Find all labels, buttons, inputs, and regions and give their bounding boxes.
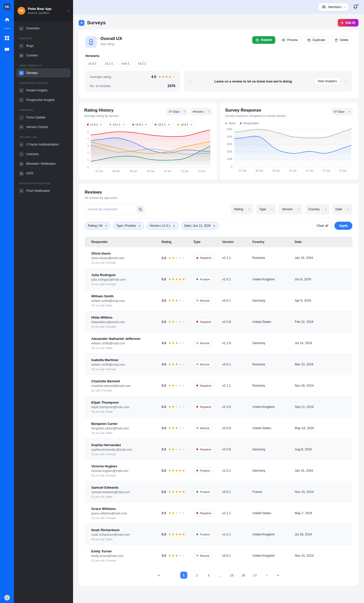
remove-icon[interactable]: ✕ bbox=[168, 123, 170, 126]
table-row[interactable]: Emily Turneremily.turner@mail.com31 yrs … bbox=[85, 545, 352, 566]
clear-all-button[interactable]: Clear all bbox=[313, 222, 332, 230]
pagination-last-button[interactable]: » bbox=[276, 573, 280, 577]
table-row[interactable]: Elijah Thompsonelijah.thompson@mail.com3… bbox=[85, 396, 352, 417]
carousel-next-icon[interactable]: › bbox=[343, 79, 348, 84]
sidebar-item-ocr[interactable]: ▤OCR bbox=[16, 169, 71, 178]
responder-cell: Victoria Hughesvictoria.hughes@mail.com2… bbox=[91, 464, 162, 477]
chat-icon[interactable] bbox=[5, 47, 10, 52]
pagination-prev-button[interactable]: ‹ bbox=[169, 573, 173, 577]
apps-grid-icon[interactable] bbox=[5, 35, 10, 40]
table-row[interactable]: Noah Richardsonnoah.richardson@mail.com2… bbox=[85, 524, 352, 545]
sidebar-item-overview[interactable]: ◎Overview bbox=[16, 24, 71, 33]
rating-history-range-dropdown[interactable]: 07 Days∨ bbox=[166, 108, 188, 115]
carousel-prev-icon[interactable]: ‹ bbox=[188, 79, 193, 84]
pagination-page-3[interactable]: 3 bbox=[207, 573, 211, 577]
workspace-subtitle: Android, SandBox bbox=[28, 11, 51, 14]
remove-icon[interactable]: ✕ bbox=[100, 123, 102, 126]
sidebar-item-label: Surveys bbox=[26, 71, 38, 75]
workspace-switcher[interactable]: PB Polar Bear App Android, SandBox ∨ bbox=[14, 0, 73, 21]
remove-icon[interactable]: ✕ bbox=[213, 224, 215, 227]
version-filter-chip-v3-2-1[interactable]: v3.2.1✕ bbox=[152, 121, 172, 128]
remove-icon[interactable]: ✕ bbox=[190, 123, 192, 126]
pagination-page-16[interactable]: 16 bbox=[241, 573, 245, 577]
version-filter-chip-v2-1-1[interactable]: v2.1.1✕ bbox=[107, 121, 127, 128]
view-analytics-button[interactable]: View Analytics bbox=[314, 77, 340, 85]
table-row[interactable]: Alexander Nathaniel Jeffersonwillaim.smi… bbox=[85, 332, 352, 354]
preview-button[interactable]: Preview bbox=[278, 36, 301, 44]
ask-ai-button[interactable]: ✦ Ask AI bbox=[338, 19, 358, 27]
column-header-date: Date bbox=[295, 240, 352, 244]
table-row[interactable]: Benjamin Carterbenjamin.carter@mail.com2… bbox=[85, 417, 352, 439]
remove-icon[interactable]: ✕ bbox=[138, 224, 140, 227]
table-row[interactable]: Julia Rodriguizjulia.rodriguiz@mail.com2… bbox=[85, 268, 352, 290]
duplicate-button[interactable]: Duplicate bbox=[304, 36, 328, 44]
filter-dropdown-version[interactable]: Version∨ bbox=[279, 204, 303, 214]
apply-button[interactable]: Apply bbox=[334, 222, 352, 230]
remove-icon[interactable]: ✕ bbox=[122, 123, 124, 126]
active-filter-chip-rating[interactable]: Rating | All✕ bbox=[85, 222, 110, 230]
average-rating-label: Average rating bbox=[90, 75, 111, 79]
search-input[interactable] bbox=[85, 204, 145, 214]
column-header-type: Type bbox=[193, 240, 222, 244]
table-row[interactable]: Isabella Martinezwillaim.smith@mail.com2… bbox=[85, 354, 352, 375]
pagination-page-1[interactable]: 1 bbox=[180, 572, 187, 579]
sidebar-item-biometric-verification[interactable]: ◍Biometric Verification bbox=[16, 159, 71, 168]
home-icon[interactable] bbox=[5, 17, 10, 22]
sidebar-item-2-factor-authentication[interactable]: ✦2 Factor Authentication bbox=[16, 140, 71, 149]
active-filter-chip-type[interactable]: Type | Positive✕ bbox=[113, 222, 144, 230]
rating-history-versions-dropdown[interactable]: Versions∨ bbox=[190, 108, 212, 115]
sidebar-item-surveys[interactable]: ★Surveys bbox=[16, 68, 71, 77]
filter-dropdown-country[interactable]: Country∨ bbox=[305, 204, 330, 214]
remove-icon[interactable]: ✕ bbox=[173, 224, 175, 227]
sidebar-item-crashes[interactable]: ▦Crashes bbox=[16, 51, 71, 60]
pagination-first-button[interactable]: « bbox=[157, 573, 161, 577]
version-filter-chip-v1-0-1[interactable]: v1.0.1✕ bbox=[84, 121, 105, 128]
bot-avatar[interactable]: ☺ bbox=[4, 595, 10, 600]
table-row[interactable]: Victoria Hughesvictoria.hughes@mail.com2… bbox=[85, 460, 352, 481]
members-button[interactable]: Members ∨ bbox=[318, 3, 348, 11]
table-row[interactable]: Grace Williamsgrace.williams@mail.com23 … bbox=[85, 502, 352, 524]
survey-response-range-dropdown[interactable]: 07 Days∨ bbox=[331, 108, 353, 115]
pagination-page-2[interactable]: 2 bbox=[195, 573, 199, 577]
date-cell: Jul 28, 2024 bbox=[295, 533, 352, 536]
table-row[interactable]: Hilda Wilkinshildawilkins@email.com42 yr… bbox=[85, 311, 352, 332]
remove-icon[interactable]: ✕ bbox=[145, 123, 147, 126]
table-row[interactable]: Olivia Davisolivia.davies@mail.com21 yrs… bbox=[85, 247, 352, 268]
filter-dropdown-date[interactable]: Date∨ bbox=[332, 204, 352, 214]
table-row[interactable]: Charlotte Bennettcharlotte.bennett@mail.… bbox=[85, 375, 352, 396]
notifications-bell-icon[interactable] bbox=[353, 4, 358, 10]
pagination-page-17[interactable]: 17 bbox=[253, 573, 257, 577]
type-label: Neutral bbox=[200, 342, 209, 345]
version-cell: v2.0.8 bbox=[222, 320, 252, 324]
sidebar-item-version-control[interactable]: ❖Version Control bbox=[16, 122, 71, 132]
version-filter-chip-v3-4-1[interactable]: v3.4.1✕ bbox=[174, 121, 195, 128]
search-button[interactable] bbox=[136, 205, 144, 213]
table-row[interactable]: William Smithwillaim.smith@mail.com32 yr… bbox=[85, 290, 352, 311]
remove-icon[interactable]: ✕ bbox=[105, 224, 107, 227]
active-filter-chip-version[interactable]: Version | v1.0.1✕ bbox=[146, 222, 178, 230]
version-filter-chip-v3-0-1[interactable]: v3.0.1✕ bbox=[129, 121, 150, 128]
pagination-page-15[interactable]: 15 bbox=[230, 573, 234, 577]
active-filter-chip-date[interactable]: Date | Jun 12, 2024✕ bbox=[181, 222, 219, 230]
filter-dropdown-rating[interactable]: Rating∨ bbox=[231, 204, 253, 214]
filter-dropdown-type[interactable]: Type∨ bbox=[256, 204, 276, 214]
sidebar-item-bugs[interactable]: ✶Bugs bbox=[16, 41, 71, 50]
sidebar-item-liveness[interactable]: ☺Liveness bbox=[16, 150, 71, 159]
workspace-badge[interactable]: PB bbox=[3, 3, 11, 10]
publish-button[interactable]: Publish bbox=[252, 36, 275, 44]
chevron-down-icon: ∨ bbox=[68, 9, 70, 12]
pagination-next-button[interactable]: › bbox=[265, 573, 269, 577]
sidebar-item-force-update[interactable]: ↑Force Update bbox=[16, 113, 71, 122]
sidebar-item-instant-insights[interactable]: ♥Instant Insights bbox=[16, 86, 71, 95]
rating-cell: 2.0★★★★★ bbox=[162, 511, 193, 515]
version-cell: v3.0.1 bbox=[222, 363, 252, 366]
table-row[interactable]: Samuel Edwardssamuel.edwards@mail.com21 … bbox=[85, 481, 352, 502]
reviews-card: Reviews All reviews by app users Rating∨… bbox=[79, 184, 358, 586]
table-row[interactable]: Sophia Hernandezsophia.hernandez@mail.co… bbox=[85, 439, 352, 460]
date-cell: Nov 15, 2024 bbox=[295, 490, 352, 494]
date-cell: Nov 26, 2024 bbox=[295, 384, 352, 387]
sidebar-item-push-notification[interactable]: ✉Push Notification bbox=[16, 186, 71, 195]
delete-button[interactable]: Delete bbox=[331, 36, 352, 44]
rating-value: 2.0 bbox=[162, 447, 166, 451]
sidebar-item-progressive-insights[interactable]: ∞Progressive Insights bbox=[16, 95, 71, 105]
